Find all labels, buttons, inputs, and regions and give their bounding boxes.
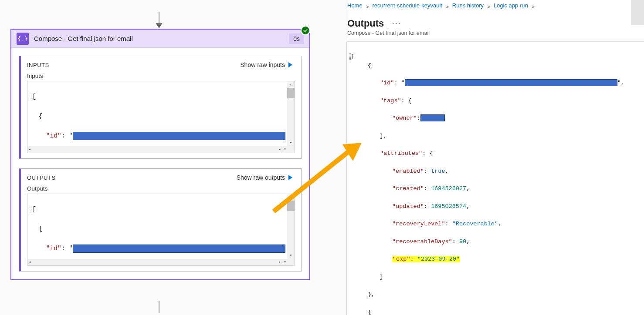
- json-brace: {: [38, 113, 42, 120]
- horizontal-scrollbar[interactable]: ◂▸ ▾: [27, 259, 287, 265]
- show-raw-inputs-link[interactable]: Show raw inputs: [240, 61, 295, 68]
- chevron-right-icon: [288, 62, 292, 67]
- show-raw-outputs-label: Show raw outputs: [237, 174, 285, 181]
- outputs-section: OUTPUTS Show raw outputs Outputs [ { "id…: [19, 168, 302, 271]
- json-key-recdays: "recoverableDays": [392, 238, 452, 245]
- success-badge-icon: [301, 26, 310, 35]
- json-key-tags: "tags": [380, 97, 401, 104]
- outputs-json[interactable]: [ { "id": "", "tags": { "owner": }, "att…: [346, 41, 644, 315]
- page-subtitle: Compose - Get final json for email: [346, 30, 644, 41]
- flow-arrow-top: [155, 12, 163, 29]
- inputs-heading: INPUTS: [27, 62, 49, 68]
- execution-time: 0s: [289, 34, 304, 44]
- redacted-id: [405, 79, 617, 86]
- json-key-id: "id": [46, 132, 61, 139]
- json-key-updated: "updated": [392, 203, 424, 210]
- chevron-right-icon: [288, 175, 292, 180]
- page-edge: [631, 0, 644, 25]
- outputs-blade: Home > recurrent-schedule-keyvault > Run…: [346, 0, 644, 315]
- more-options-button[interactable]: ···: [392, 19, 401, 28]
- compose-action-card: {.} Compose - Get final json for email 0…: [10, 29, 310, 280]
- vertical-scrollbar[interactable]: ▴ ▾: [287, 81, 295, 146]
- horizontal-scrollbar[interactable]: ◂▸ ▾: [27, 146, 287, 153]
- svg-marker-1: [156, 23, 162, 28]
- crumb-logicapprun[interactable]: Logic app run: [494, 2, 528, 9]
- json-val-created: 1694526027: [431, 185, 466, 192]
- json-brace: {: [368, 309, 371, 315]
- outputs-heading: OUTPUTS: [27, 174, 56, 181]
- outputs-code-box[interactable]: [ { "id": " "tags": { "owner": }, "attri…: [27, 194, 295, 266]
- redacted-owner: [420, 114, 445, 121]
- compose-icon: {.}: [17, 33, 29, 45]
- json-open: [: [351, 53, 354, 60]
- json-key-id: "id": [46, 245, 61, 252]
- json-val-exp: "2023-09-20": [417, 256, 460, 262]
- inputs-subhead: Inputs: [27, 73, 295, 79]
- outputs-subhead: Outputs: [27, 185, 295, 192]
- inputs-code-box[interactable]: [ { "id": " "tags": { "owner": }, "attri…: [27, 81, 295, 153]
- breadcrumb: Home > recurrent-schedule-keyvault > Run…: [346, 0, 644, 10]
- json-val-enabled: true: [431, 168, 445, 174]
- json-close-inner: }: [380, 274, 383, 280]
- json-val-recdays: 90: [459, 238, 466, 245]
- json-brace: {: [368, 62, 371, 69]
- json-brace: {: [38, 225, 42, 232]
- inputs-section: INPUTS Show raw inputs Inputs [ { "id": …: [19, 56, 302, 159]
- json-key-id: "id": [380, 80, 394, 86]
- crumb-keyvault[interactable]: recurrent-schedule-keyvault: [373, 2, 442, 9]
- scroll-thumb[interactable]: [287, 88, 295, 98]
- crumb-home[interactable]: Home: [347, 2, 363, 9]
- json-key-owner: "owner": [392, 115, 417, 121]
- crumb-runs[interactable]: Runs history: [452, 2, 484, 9]
- redacted-id: [73, 245, 285, 253]
- card-body: INPUTS Show raw inputs Inputs [ { "id": …: [11, 48, 309, 279]
- json-close: },: [380, 133, 387, 139]
- show-raw-inputs-label: Show raw inputs: [240, 61, 285, 68]
- json-bracket: [: [32, 93, 36, 100]
- json-key-attributes: "attributes": [380, 150, 422, 157]
- json-val-updated: 1695026574: [431, 203, 466, 210]
- json-key-reclevel: "recoveryLevel": [392, 221, 445, 227]
- json-val-reclevel: "Recoverable": [452, 221, 498, 227]
- json-key-exp: "exp": [393, 256, 410, 262]
- page-title: Outputs: [346, 10, 385, 30]
- card-header[interactable]: {.} Compose - Get final json for email 0…: [11, 30, 309, 48]
- json-bracket: [: [32, 206, 36, 213]
- scroll-thumb[interactable]: [287, 201, 295, 211]
- vertical-scrollbar[interactable]: ▴ ▾: [287, 194, 295, 259]
- json-close: },: [368, 291, 375, 298]
- json-key-created: "created": [392, 185, 424, 192]
- json-key-enabled: "enabled": [392, 168, 424, 174]
- card-title: Compose - Get final json for email: [34, 35, 133, 42]
- flow-arrow-bottom: [155, 301, 163, 313]
- redacted-id: [73, 132, 285, 140]
- show-raw-outputs-link[interactable]: Show raw outputs: [237, 174, 295, 181]
